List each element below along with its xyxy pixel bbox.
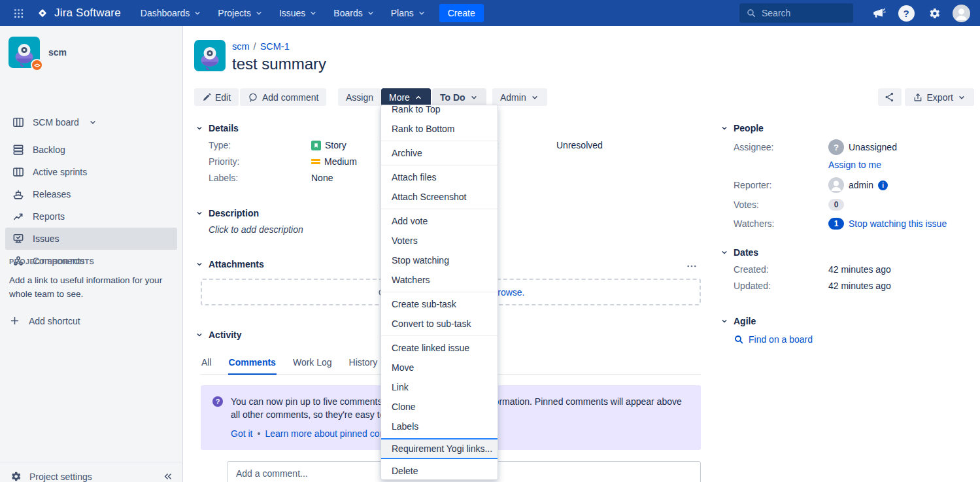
menu-item-rank-to-top[interactable]: Rank to Top: [381, 105, 498, 119]
jira-app: Jira Software DashboardsProjectsIssuesBo…: [0, 0, 980, 482]
tab-all[interactable]: All: [201, 355, 212, 374]
board-switcher[interactable]: SCM board: [8, 112, 101, 133]
collapse-description-icon[interactable]: [194, 208, 205, 218]
project-name: scm: [48, 47, 67, 58]
reporter-value[interactable]: admin i: [828, 177, 888, 193]
collapse-dates-icon[interactable]: [719, 247, 730, 258]
menu-item-clone[interactable]: Clone: [381, 397, 498, 417]
assign-to-me-link[interactable]: Assign to me: [828, 160, 881, 170]
more-dropdown-menu: Rank to TopRank to BottomArchiveAttach f…: [380, 105, 498, 480]
create-button[interactable]: Create: [439, 4, 484, 22]
admin-button[interactable]: Admin: [492, 88, 547, 106]
project-settings-link[interactable]: Project settings: [29, 472, 92, 482]
shortcuts-hint: Add a link to useful information for you…: [9, 273, 166, 301]
menu-item-move[interactable]: Move: [381, 358, 498, 377]
search-input[interactable]: [762, 8, 840, 18]
app-switcher-icon[interactable]: [8, 3, 29, 24]
menu-item-attach-screenshot[interactable]: Attach Screenshot: [381, 187, 498, 207]
created-value: 42 minutes ago: [828, 264, 891, 275]
top-navigation: Jira Software DashboardsProjectsIssuesBo…: [0, 0, 980, 26]
menu-item-rank-to-bottom[interactable]: Rank to Bottom: [381, 119, 498, 139]
votes-badge[interactable]: 0: [828, 199, 844, 211]
menu-item-link[interactable]: Link: [381, 377, 498, 397]
sidebar-item-backlog[interactable]: Backlog: [5, 139, 177, 161]
menu-group: Rank to TopRank to Bottom: [381, 105, 498, 141]
people-title: People: [734, 123, 764, 133]
labels-value[interactable]: None: [311, 173, 333, 183]
chevron-down-icon: [309, 9, 318, 18]
share-button[interactable]: [878, 88, 902, 106]
export-button[interactable]: Export: [905, 88, 974, 106]
settings-gear-icon: [9, 470, 22, 482]
collapse-sidebar-icon[interactable]: [162, 471, 173, 482]
got-it-link[interactable]: Got it: [231, 428, 252, 439]
project-sidebar: <> scm SCM board BacklogActive sprintsRe…: [0, 26, 183, 482]
export-icon: [913, 92, 923, 103]
menu-group: Archive: [381, 141, 498, 165]
add-comment-button[interactable]: Add comment: [240, 88, 326, 106]
nav-item-projects[interactable]: Projects: [211, 4, 270, 22]
labels-label: Labels:: [209, 173, 311, 183]
menu-item-create-sub-task[interactable]: Create sub-task: [381, 294, 498, 314]
global-search[interactable]: [739, 3, 853, 23]
menu-item-attach-files[interactable]: Attach files: [381, 167, 498, 187]
menu-item-convert-to-sub-task[interactable]: Convert to sub-task: [381, 314, 498, 334]
collapse-details-icon[interactable]: [194, 123, 205, 133]
assignee-value[interactable]: ? Unassigned: [828, 139, 897, 155]
search-icon: [734, 334, 744, 345]
menu-item-archive[interactable]: Archive: [381, 143, 498, 163]
story-type-icon: [311, 141, 321, 150]
menu-item-voters[interactable]: Voters: [381, 231, 498, 250]
sidebar-item-releases[interactable]: Releases: [5, 183, 177, 205]
nav-item-dashboards[interactable]: Dashboards: [134, 4, 209, 22]
collapse-people-icon[interactable]: [719, 123, 730, 133]
find-on-board-link[interactable]: Find on a board: [734, 334, 977, 345]
tab-work-log[interactable]: Work Log: [292, 355, 333, 374]
collapse-agile-icon[interactable]: [719, 316, 730, 326]
nav-item-issues[interactable]: Issues: [273, 4, 324, 22]
collapse-attachments-icon[interactable]: [194, 259, 205, 269]
menu-item-stop-watching[interactable]: Stop watching: [381, 250, 498, 270]
votes-label: Votes:: [734, 199, 828, 210]
jira-diamond-icon: [35, 6, 50, 20]
breadcrumb-project-link[interactable]: scm: [232, 41, 250, 52]
resolution-value: Unresolved: [556, 140, 603, 150]
collapse-activity-icon[interactable]: [194, 330, 205, 340]
sidebar-item-active-sprints[interactable]: Active sprints: [5, 161, 177, 183]
tab-comments[interactable]: Comments: [228, 355, 277, 375]
menu-item-create-linked-issue[interactable]: Create linked issue: [381, 338, 498, 358]
add-shortcut-button[interactable]: Add shortcut: [9, 315, 173, 326]
plus-icon: [9, 315, 20, 326]
admin-gear-icon[interactable]: [922, 2, 945, 24]
shortcuts-title: PROJECT SHORTCUTS: [9, 258, 173, 266]
attachments-more-icon[interactable]: [686, 260, 698, 272]
releases-icon: [12, 188, 25, 201]
sidebar-item-issues[interactable]: Issues: [5, 228, 177, 250]
status-button[interactable]: To Do: [432, 88, 486, 106]
assign-button[interactable]: Assign: [338, 88, 381, 106]
logo-text: Jira Software: [54, 7, 121, 20]
watchers-badge[interactable]: 1: [828, 218, 844, 230]
menu-item-labels[interactable]: Labels: [381, 417, 498, 436]
stop-watching-link[interactable]: Stop watching this issue: [849, 218, 947, 229]
breadcrumb: scm/SCM-1: [232, 41, 290, 52]
agile-section: Agile Find on a board: [719, 316, 977, 345]
tab-history[interactable]: History: [348, 355, 379, 374]
edit-button[interactable]: Edit: [194, 88, 239, 106]
menu-item-requirement-yogi-links[interactable]: Requirement Yogi links...: [381, 438, 498, 459]
sidebar-item-reports[interactable]: Reports: [5, 205, 177, 228]
chevron-down-icon: [530, 93, 539, 102]
nav-item-plans[interactable]: Plans: [384, 4, 433, 22]
menu-item-delete[interactable]: Delete: [381, 461, 498, 480]
user-avatar[interactable]: [950, 2, 972, 24]
jira-logo[interactable]: Jira Software: [35, 6, 121, 20]
menu-item-watchers[interactable]: Watchers: [381, 270, 498, 290]
more-button[interactable]: More: [381, 88, 431, 106]
dates-title: Dates: [734, 247, 758, 258]
nav-item-boards[interactable]: Boards: [327, 4, 381, 22]
help-icon[interactable]: ?: [895, 2, 917, 24]
info-icon[interactable]: i: [878, 181, 888, 190]
feedback-megaphone-icon[interactable]: [868, 2, 890, 24]
menu-item-add-vote[interactable]: Add vote: [381, 211, 498, 231]
breadcrumb-issue-link[interactable]: SCM-1: [260, 41, 290, 52]
